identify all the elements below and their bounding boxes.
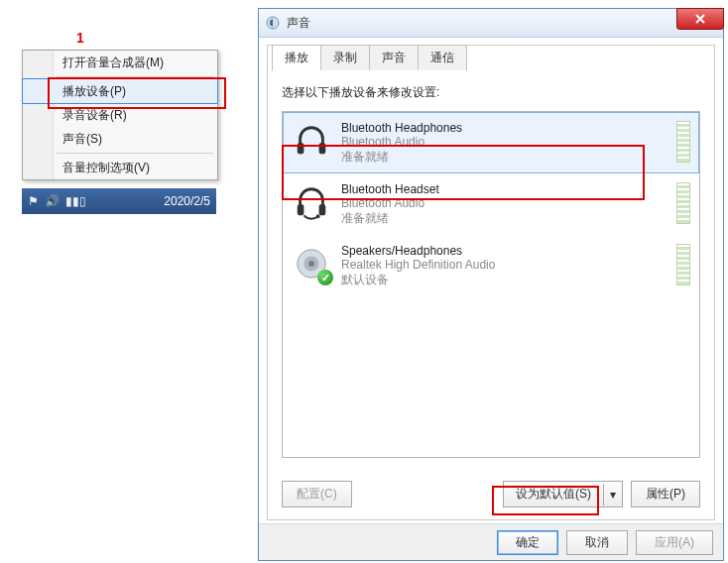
default-check-icon: ✓ [317, 270, 333, 285]
svg-rect-4 [319, 204, 326, 215]
device-name: Bluetooth Headset [341, 182, 670, 196]
device-status: 默认设备 [341, 273, 670, 287]
speaker-icon: ✓ [292, 244, 331, 283]
tab-sounds[interactable]: 声音 [369, 45, 419, 70]
volume-icon[interactable]: 🔊 [45, 194, 60, 208]
menu-separator [57, 76, 213, 77]
network-icon[interactable]: ▮▮▯ [65, 194, 86, 208]
menu-item-recording-devices[interactable]: 录音设备(R) [23, 103, 217, 127]
close-icon [694, 14, 706, 24]
headphones-icon [292, 121, 331, 161]
tab-recording[interactable]: 录制 [320, 45, 370, 70]
playback-device-list[interactable]: Bluetooth Headphones Bluetooth Audio 准备就… [282, 111, 700, 458]
headset-icon [292, 182, 331, 222]
svg-rect-1 [298, 143, 304, 154]
prompt-text: 选择以下播放设备来修改设置: [282, 84, 700, 101]
device-item-speakers[interactable]: ✓ Speakers/Headphones Realtek High Defin… [283, 235, 699, 296]
device-item-bluetooth-headphones[interactable]: Bluetooth Headphones Bluetooth Audio 准备就… [283, 112, 699, 173]
set-default-label: 设为默认值(S) [504, 482, 603, 507]
svg-point-8 [308, 261, 314, 267]
flag-icon[interactable]: ⚑ [28, 194, 39, 208]
configure-button[interactable]: 配置(C) [282, 481, 352, 507]
device-name: Speakers/Headphones [341, 244, 670, 258]
sound-icon [265, 15, 281, 31]
level-meter [676, 121, 690, 163]
dialog-body: 播放 录制 声音 通信 选择以下播放设备来修改设置: Bluetooth Hea… [267, 45, 715, 520]
tray-icons: ⚑ 🔊 ▮▮▯ [28, 194, 86, 208]
titlebar[interactable]: 声音 [259, 9, 723, 38]
menu-item-sounds[interactable]: 声音(S) [23, 127, 217, 151]
device-provider: Realtek High Definition Audio [341, 258, 670, 273]
tab-communications[interactable]: 通信 [418, 45, 467, 70]
menu-item-open-mixer[interactable]: 打开音量合成器(M) [23, 51, 217, 74]
taskbar-clock[interactable]: 2020/2/5 [164, 194, 210, 208]
chevron-down-icon[interactable]: ▾ [603, 484, 622, 506]
tray-volume-context-menu: 打开音量合成器(M) 播放设备(P) 录音设备(R) 声音(S) 音量控制选项(… [22, 50, 218, 180]
ok-button[interactable]: 确定 [497, 530, 558, 555]
device-name: Bluetooth Headphones [341, 121, 670, 135]
svg-rect-2 [319, 143, 326, 154]
tab-playback[interactable]: 播放 [272, 45, 321, 70]
cancel-button[interactable]: 取消 [566, 530, 628, 555]
device-provider: Bluetooth Audio [341, 196, 670, 211]
set-default-split-button[interactable]: 设为默认值(S) ▾ [503, 481, 623, 507]
svg-rect-3 [298, 204, 304, 215]
device-button-row: 配置(C) 设为默认值(S) ▾ 属性(P) [282, 481, 700, 507]
menu-separator [57, 153, 213, 154]
dialog-footer: 确定 取消 应用(A) [259, 523, 723, 560]
svg-point-5 [316, 214, 320, 218]
device-provider: Bluetooth Audio [341, 135, 670, 150]
properties-button[interactable]: 属性(P) [631, 481, 700, 507]
device-status: 准备就绪 [341, 150, 670, 165]
annotation-1: 1 [76, 30, 84, 46]
apply-button[interactable]: 应用(A) [636, 530, 713, 555]
menu-item-playback-devices[interactable]: 播放设备(P) [22, 78, 218, 104]
tab-content-playback: 选择以下播放设备来修改设置: Bluetooth Headphones Blue… [268, 70, 714, 470]
level-meter [676, 182, 690, 224]
menu-item-volume-options[interactable]: 音量控制选项(V) [23, 156, 217, 179]
dialog-title: 声音 [287, 15, 310, 32]
taskbar: ⚑ 🔊 ▮▮▯ 2020/2/5 [22, 188, 216, 214]
device-status: 准备就绪 [341, 211, 670, 226]
tab-strip: 播放 录制 声音 通信 [272, 45, 714, 70]
sound-dialog: 声音 播放 录制 声音 通信 选择以下播放设备来修改设置: [258, 8, 724, 561]
device-item-bluetooth-headset[interactable]: Bluetooth Headset Bluetooth Audio 准备就绪 [283, 173, 699, 235]
close-button[interactable] [676, 8, 724, 30]
level-meter [676, 244, 690, 285]
